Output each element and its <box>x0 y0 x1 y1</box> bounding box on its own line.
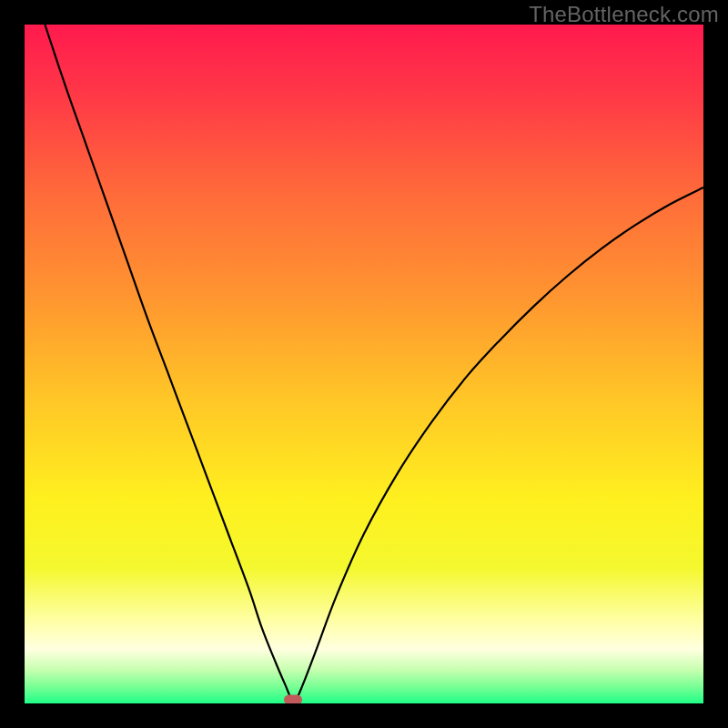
bottleneck-curve <box>45 25 703 701</box>
chart-frame: TheBottleneck.com <box>0 0 728 728</box>
curve-layer <box>25 25 703 703</box>
bottleneck-marker <box>284 694 302 703</box>
plot-area <box>25 25 703 703</box>
watermark-text: TheBottleneck.com <box>529 2 719 27</box>
